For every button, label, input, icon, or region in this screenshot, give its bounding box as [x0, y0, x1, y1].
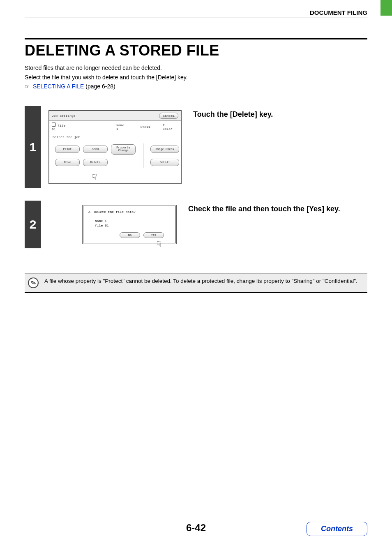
touch-hand-icon: ☟ — [92, 172, 97, 183]
title-rule — [25, 38, 367, 39]
contents-button[interactable]: Contents — [307, 522, 367, 536]
pencil-icon: ✎ — [26, 276, 40, 290]
detail-button[interactable]: Detail — [150, 159, 179, 166]
step-number-1: 1 — [25, 106, 41, 188]
warning-icon: ⚠ — [87, 209, 92, 214]
property-change-button[interactable]: Property Change — [111, 144, 136, 155]
file-icon-label: file-01 — [52, 123, 71, 131]
job-settings-panel: Job Settings Cancel file-01 Name 1 8½x11… — [48, 110, 182, 184]
step-2-screen: ⚠ Delete the file data? Name 1 file-01 N… — [41, 201, 184, 248]
step-2-text: Check the file and then touch the [Yes] … — [184, 201, 367, 248]
dialog-user: Name 1 — [95, 219, 172, 223]
step-2: 2 ⚠ Delete the file data? Name 1 file-01… — [25, 201, 367, 248]
step-1-screen: Job Settings Cancel file-01 Name 1 8½x11… — [41, 106, 189, 188]
section-label: DOCUMENT FILING — [25, 9, 367, 18]
send-button[interactable]: Send — [83, 146, 108, 153]
dialog-file-info: Name 1 file-01 — [87, 216, 172, 228]
step-1: 1 Job Settings Cancel file-01 Name 1 8½x… — [25, 106, 367, 188]
panel-title: Job Settings — [52, 114, 76, 118]
intro-line-2: Select the file that you wish to delete … — [25, 74, 367, 82]
main-content: DELETING A STORED FILE Stored files that… — [25, 38, 367, 293]
delete-button[interactable]: Delete — [83, 159, 108, 166]
page-title: DELETING A STORED FILE — [25, 42, 367, 59]
cross-ref: ☞ SELECTING A FILE (page 6-28) — [25, 83, 367, 90]
file-info-row: file-01 Name 1 8½x11 F. Color — [49, 121, 181, 133]
panel-title-row: Job Settings Cancel — [49, 111, 181, 121]
page-header: DOCUMENT FILING — [25, 9, 367, 18]
cross-ref-page: (page 6-28) — [84, 83, 115, 90]
touch-hand-icon: ☟ — [157, 239, 161, 250]
step-number-2: 2 — [25, 201, 41, 248]
no-button[interactable]: No — [120, 232, 140, 238]
select-job-prompt: Select the job. — [49, 133, 181, 141]
note-box: ✎ A file whose property is "Protect" can… — [25, 273, 367, 293]
move-button[interactable]: Move — [55, 159, 80, 166]
cancel-button[interactable]: Cancel — [159, 113, 178, 119]
step-1-heading: Touch the [Delete] key. — [193, 110, 367, 119]
file-user: Name 1 — [116, 123, 128, 131]
header-rule — [25, 18, 367, 18]
image-check-button[interactable]: Image Check — [150, 146, 179, 153]
step-1-text: Touch the [Delete] key. — [189, 106, 367, 188]
file-size: 8½x11 — [141, 125, 150, 129]
job-button-grid: Print Send Property Change Image Check M… — [49, 141, 181, 170]
confirm-dialog: ⚠ Delete the file data? Name 1 file-01 N… — [82, 205, 177, 244]
pointer-icon: ☞ — [25, 83, 30, 90]
dialog-question: Delete the file data? — [94, 210, 136, 214]
file-icon — [52, 123, 56, 127]
note-text: A file whose property is "Protect" canno… — [44, 278, 357, 285]
cross-ref-link[interactable]: SELECTING A FILE — [33, 83, 84, 90]
print-button[interactable]: Print — [55, 146, 80, 153]
dialog-question-row: ⚠ Delete the file data? — [87, 209, 172, 216]
yes-button[interactable]: Yes — [143, 232, 164, 238]
dialog-file: file-01 — [95, 223, 172, 228]
page-accent-bar — [380, 0, 392, 16]
divider — [143, 143, 143, 168]
dialog-buttons: No Yes — [111, 232, 172, 238]
step-2-heading: Check the file and then touch the [Yes] … — [188, 205, 367, 213]
intro-line-1: Stored files that are no longer needed c… — [25, 64, 367, 72]
file-color: F. Color — [163, 123, 178, 131]
